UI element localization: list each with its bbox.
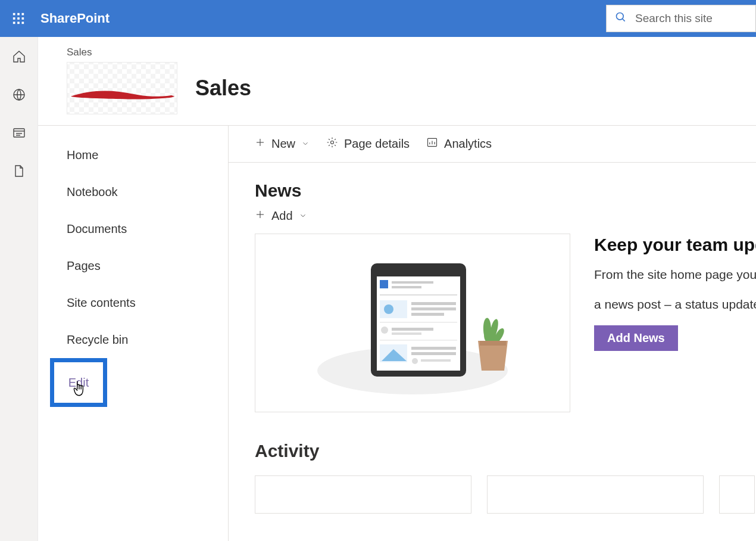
news-heading: Keep your team updated with news on your… [594,234,756,256]
news-icon[interactable] [11,125,27,141]
svg-rect-38 [380,322,457,323]
news-row: Keep your team updated with news on your… [255,234,756,412]
content-area: Sales Sales Home Notebook Documents Page… [38,37,756,541]
nav-item-documents[interactable]: Documents [38,210,228,247]
news-illustration [255,234,570,412]
nav-item-home[interactable]: Home [38,136,228,173]
activity-section-title: Activity [255,441,756,461]
chevron-down-icon [299,209,307,223]
site-title-row: Sales [67,62,756,114]
svg-rect-29 [380,280,388,288]
home-icon[interactable] [11,49,27,64]
add-news-button[interactable]: Add News [594,325,678,351]
global-icon[interactable] [11,87,27,102]
svg-rect-40 [392,328,433,331]
svg-rect-3 [13,17,15,20]
svg-rect-42 [380,340,457,341]
analytics-label: Analytics [444,137,492,151]
svg-rect-30 [392,281,433,284]
svg-rect-5 [22,17,24,20]
suite-bar: SharePoint [0,0,756,37]
site-header: Sales Sales [38,37,756,125]
svg-point-47 [412,358,418,364]
new-label: New [271,137,295,151]
svg-rect-4 [17,17,20,20]
command-bar: New Page details Analytics [229,126,756,163]
activity-card[interactable] [255,475,471,514]
svg-rect-41 [392,332,421,335]
svg-rect-12 [14,129,24,137]
analytics-icon [426,136,438,151]
svg-rect-35 [411,302,456,305]
app-launcher-icon[interactable] [0,0,37,37]
svg-rect-0 [13,13,15,15]
chevron-down-icon [301,137,310,151]
svg-rect-32 [380,294,457,296]
activity-card[interactable] [487,475,704,514]
file-icon[interactable] [11,163,27,179]
svg-rect-45 [411,347,456,350]
svg-rect-1 [17,13,20,15]
plus-icon [255,209,265,223]
svg-rect-48 [421,359,451,362]
add-label: Add [271,209,293,223]
svg-rect-2 [22,13,24,15]
nav-item-recycle-bin[interactable]: Recycle bin [38,321,228,358]
new-button[interactable]: New [255,137,310,151]
site-title: Sales [195,76,251,101]
svg-rect-49 [480,341,506,346]
analytics-button[interactable]: Analytics [426,136,492,151]
svg-point-18 [331,141,334,144]
news-desc-line1: From the site home page you'll be able t… [594,266,756,284]
shell: Sales Sales Home Notebook Documents Page… [0,37,756,541]
cursor-hand-icon [72,380,88,398]
edit-highlight: Edit [50,358,107,407]
svg-rect-6 [13,22,15,24]
news-text: Keep your team updated with news on your… [594,234,756,412]
search-icon [615,11,627,26]
svg-point-39 [381,327,388,334]
search-box[interactable] [606,5,756,32]
add-news-dropdown[interactable]: Add [255,209,756,223]
search-input[interactable] [635,12,755,25]
brand-label[interactable]: SharePoint [40,11,110,26]
activity-cards [255,475,756,514]
news-section-title: News [255,181,756,201]
plus-icon [255,137,265,151]
news-desc-line2: a news post – a status update, trip repo… [594,296,756,313]
svg-point-34 [384,304,393,314]
site-logo[interactable] [67,62,177,114]
nav-item-pages[interactable]: Pages [38,247,228,284]
page-details-label: Page details [344,137,410,151]
svg-rect-36 [411,307,456,310]
lower-row: Home Notebook Documents Pages Site conte… [38,125,756,541]
activity-card[interactable] [719,475,755,514]
gear-icon [326,136,338,151]
nav-item-site-contents[interactable]: Site contents [38,284,228,321]
breadcrumb[interactable]: Sales [67,46,756,58]
main: New Page details Analytics News [229,126,756,541]
svg-line-10 [623,19,625,21]
svg-rect-28 [377,269,460,276]
page-body: News Add [229,163,756,514]
page-details-button[interactable]: Page details [326,136,410,151]
svg-rect-8 [22,22,24,24]
svg-point-9 [617,13,624,20]
app-rail [0,37,38,541]
left-nav: Home Notebook Documents Pages Site conte… [38,126,229,541]
nav-item-notebook[interactable]: Notebook [38,173,228,210]
svg-rect-31 [392,286,421,288]
svg-rect-37 [411,313,444,316]
svg-rect-7 [17,22,20,24]
svg-rect-46 [411,352,456,355]
